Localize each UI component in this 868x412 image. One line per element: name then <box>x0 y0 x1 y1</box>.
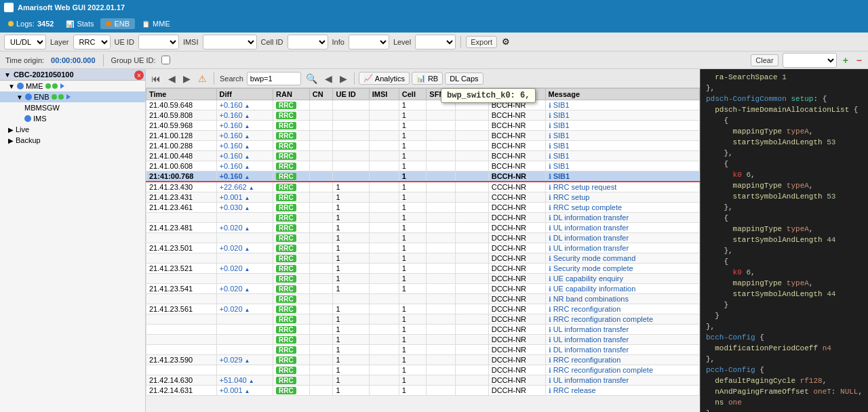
table-row[interactable]: 21.41.23.461 +0.030 ▲ RRC 1 1 DCCH-NR ℹ … <box>146 203 700 213</box>
sidebar-item-ims[interactable]: IMS <box>0 113 145 124</box>
message-link[interactable]: SIB1 <box>553 162 570 170</box>
message-link[interactable]: RRC reconfiguration complete <box>553 366 653 374</box>
table-row[interactable]: RRC DCCH-NR ℹ NR band combinations <box>146 294 700 304</box>
cell-message[interactable]: ℹ UL information transfer <box>545 243 699 253</box>
table-row[interactable]: RRC 1 1 DCCH-NR ℹ Security mode command <box>146 253 700 264</box>
table-row[interactable]: 21.41.23.501 +0.020 ▲ RRC 1 1 DCCH-NR ℹ … <box>146 243 700 253</box>
message-link[interactable]: SIB1 <box>553 142 570 150</box>
message-link[interactable]: SIB1 <box>553 172 570 180</box>
table-row[interactable]: RRC 1 1 DCCH-NR ℹ DL information transfe… <box>146 213 700 223</box>
col-ue-id[interactable]: UE ID <box>333 89 369 100</box>
message-link[interactable]: SIB1 <box>553 152 570 160</box>
nav-start-button[interactable]: ⏮ <box>149 72 163 85</box>
table-row[interactable]: RRC 1 1 DCCH-NR ℹ DL information transfe… <box>146 233 700 243</box>
cell-message[interactable]: ℹ RRC setup complete <box>545 203 699 213</box>
message-link[interactable]: RRC reconfiguration <box>553 356 621 364</box>
remove-button[interactable]: − <box>854 55 864 66</box>
message-link[interactable]: DL information transfer <box>553 234 629 242</box>
search-icon-button[interactable]: 🔍 <box>303 72 320 85</box>
analytics-button[interactable]: 📈 Analytics <box>359 72 410 85</box>
cell-message[interactable]: ℹ UE capability enquiry <box>545 274 699 284</box>
clear-button[interactable]: Clear <box>751 54 778 66</box>
message-link[interactable]: UL information transfer <box>553 224 629 232</box>
col-cn[interactable]: CN <box>309 89 333 100</box>
message-link[interactable]: RRC release <box>553 386 596 394</box>
cell-message[interactable]: ℹ DL information transfer <box>545 345 699 355</box>
cell-message[interactable]: ℹ DL information transfer <box>545 213 699 223</box>
col-message[interactable]: Message <box>545 89 699 100</box>
table-row[interactable]: 21.41.23.561 +0.020 ▲ RRC 1 1 DCCH-NR ℹ … <box>146 304 700 314</box>
cell-message[interactable]: ℹ SIB1 <box>545 131 699 141</box>
nav-prev-button[interactable]: ◀ <box>165 72 178 85</box>
message-link[interactable]: UL information transfer <box>553 244 629 252</box>
message-link[interactable]: RRC setup request <box>553 183 617 191</box>
cell-id-select[interactable] <box>288 35 328 49</box>
dl-caps-button[interactable]: DL Caps <box>445 73 483 85</box>
settings-icon[interactable]: ⚙ <box>500 37 512 47</box>
group-ue-checkbox[interactable] <box>161 56 170 64</box>
direction-select[interactable]: UL/DLULDL <box>4 35 46 49</box>
cell-message[interactable]: ℹ SIB1 <box>545 100 699 110</box>
cell-message[interactable]: ℹ UL information transfer <box>545 335 699 345</box>
rb-button[interactable]: 📊 RB <box>412 72 443 85</box>
table-row[interactable]: 21.41.23.430 +22.662 ▲ RRC 1 1 CCCH-NR ℹ… <box>146 182 700 192</box>
layer-select[interactable]: RRCMACPHY <box>73 35 111 49</box>
cell-message[interactable]: ℹ Security mode command <box>545 253 699 264</box>
search-prev-button[interactable]: ◀ <box>322 72 335 85</box>
table-row[interactable]: 21.41.00.288 +0.160 ▲ RRC 1 BCCH-NR ℹ SI… <box>146 141 700 151</box>
sidebar-item-enb[interactable]: ▼ ENB <box>0 91 145 102</box>
table-row[interactable]: 21:41:00.768 +0.160 ▲ RRC 1 BCCH-NR ℹ SI… <box>146 171 700 182</box>
cell-message[interactable]: ℹ RRC reconfiguration <box>545 304 699 314</box>
table-row[interactable]: RRC 1 1 DCCH-NR ℹ UE capability enquiry <box>146 274 700 284</box>
table-row[interactable]: RRC 1 1 DCCH-NR ℹ RRC reconfiguration co… <box>146 314 700 325</box>
table-row[interactable]: 21.41.23.431 +0.001 ▲ RRC 1 1 CCCH-NR ℹ … <box>146 192 700 203</box>
message-link[interactable]: UL information transfer <box>553 335 629 344</box>
menu-item-enb[interactable]: ENB <box>100 18 135 29</box>
message-link[interactable]: SIB1 <box>553 111 570 119</box>
table-row[interactable]: 21.41.23.481 +0.020 ▲ RRC 1 1 DCCH-NR ℹ … <box>146 223 700 233</box>
info-select[interactable] <box>349 35 389 49</box>
table-row[interactable]: 21.41.00.448 +0.160 ▲ RRC 1 BCCH-NR ℹ SI… <box>146 151 700 161</box>
sidebar-item-backup[interactable]: ▶ Backup <box>0 135 145 146</box>
table-row[interactable]: 21.40.59.648 +0.160 ▲ RRC 1 BCCH-NR ℹ SI… <box>146 100 700 110</box>
cell-message[interactable]: ℹ UL information transfer <box>545 325 699 335</box>
table-row[interactable]: 21.42.14.630 +51.040 ▲ RRC 1 1 DCCH-NR ℹ… <box>146 375 700 386</box>
level-select[interactable] <box>415 35 456 49</box>
search-input[interactable] <box>247 72 301 85</box>
message-link[interactable]: UE capability enquiry <box>553 274 623 283</box>
message-link[interactable]: RRC setup complete <box>553 203 623 211</box>
message-link[interactable]: Security mode command <box>553 254 636 262</box>
table-row[interactable]: 21.40.59.808 +0.160 ▲ RRC 1 BCCH-NR ℹ SI… <box>146 110 700 121</box>
message-link[interactable]: UL information transfer <box>553 325 629 333</box>
message-link[interactable]: DL information transfer <box>553 213 629 222</box>
table-row[interactable]: RRC 1 1 DCCH-NR ℹ DL information transfe… <box>146 345 700 355</box>
cell-message[interactable]: ℹ DL information transfer <box>545 233 699 243</box>
cell-message[interactable]: ℹ Security mode complete <box>545 264 699 274</box>
warning-button[interactable]: ⚠ <box>195 72 210 85</box>
cell-message[interactable]: ℹ SIB1 <box>545 161 699 171</box>
table-row[interactable]: RRC 1 1 DCCH-NR ℹ UL information transfe… <box>146 335 700 345</box>
message-link[interactable]: RRC setup <box>553 193 590 201</box>
message-link[interactable]: SIB1 <box>553 101 570 109</box>
col-ran[interactable]: RAN <box>273 89 310 100</box>
message-link[interactable]: UL information transfer <box>553 376 629 384</box>
message-link[interactable]: NR band combinations <box>553 295 629 303</box>
col-imsi[interactable]: IMSI <box>369 89 399 100</box>
cell-message[interactable]: ℹ SIB1 <box>545 151 699 161</box>
col-cell[interactable]: Cell <box>399 89 427 100</box>
menu-item-mme[interactable]: 📋 MME <box>136 18 176 29</box>
nav-next-button[interactable]: ▶ <box>180 72 193 85</box>
cell-message[interactable]: ℹ RRC reconfiguration <box>545 355 699 365</box>
table-row[interactable]: 21.41.00.128 +0.160 ▲ RRC 1 BCCH-NR ℹ SI… <box>146 131 700 141</box>
sidebar-close-button[interactable]: × <box>134 70 144 80</box>
sidebar-item-live[interactable]: ▶ Live <box>0 124 145 135</box>
table-row[interactable]: 21.41.00.608 +0.160 ▲ RRC 1 BCCH-NR ℹ SI… <box>146 161 700 171</box>
search-next-button[interactable]: ▶ <box>337 72 350 85</box>
cell-message[interactable]: ℹ NR band combinations <box>545 294 699 304</box>
sidebar-item-mbmsgw[interactable]: MBMSGW <box>0 102 145 113</box>
message-link[interactable]: DL information transfer <box>553 346 629 354</box>
cell-message[interactable]: ℹ SIB1 <box>545 171 699 182</box>
col-diff[interactable]: Diff <box>216 89 273 100</box>
message-link[interactable]: SIB1 <box>553 131 570 140</box>
menu-item-stats[interactable]: 📊 Stats <box>60 18 99 29</box>
